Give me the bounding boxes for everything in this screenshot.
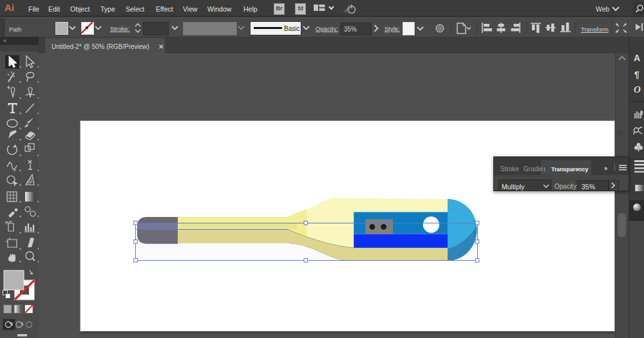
svg-text:F: F — [5, 220, 8, 226]
